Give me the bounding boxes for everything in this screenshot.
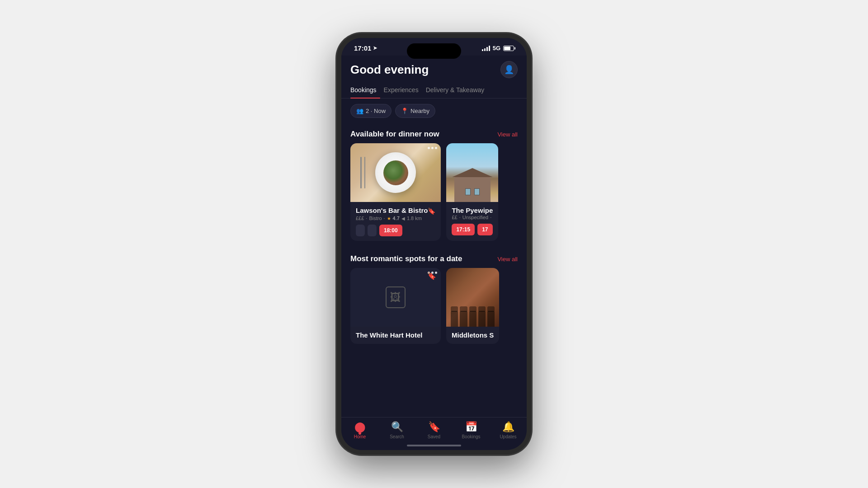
pyewipe-slot-2[interactable]: 17	[477, 224, 492, 235]
tab-experiences[interactable]: Experiences	[384, 82, 426, 98]
tab-delivery-takeaway[interactable]: Delivery & Takeaway	[426, 82, 492, 98]
tab-bar: Bookings Experiences Delivery & Takeaway	[341, 82, 527, 99]
fork-icon	[360, 157, 362, 188]
greeting-text: Good evening	[350, 63, 429, 77]
dot-2	[431, 147, 434, 149]
romantic-cards-scroll: 🖼 🔖 The White Hart Hotel	[341, 268, 527, 351]
nav-updates[interactable]: 🔔 Updates	[495, 421, 522, 439]
romantic-view-all[interactable]: View all	[497, 256, 518, 263]
middletons-name: Middletons S	[452, 331, 494, 339]
chair-1	[451, 311, 458, 327]
lawsons-time-slots: 18:00	[356, 225, 435, 236]
saved-icon: 🔖	[428, 421, 440, 433]
pyewipe-card-image	[446, 143, 498, 202]
white-hart-name: The White Hart Hotel	[356, 331, 423, 339]
star-icon: ★	[387, 216, 391, 221]
nearby-filter-chip[interactable]: 📍 Nearby	[395, 104, 435, 118]
chair-4	[478, 311, 486, 327]
app-header: Good evening 👤	[341, 56, 527, 82]
nearby-filter-label: Nearby	[410, 108, 429, 114]
building-windows	[465, 188, 480, 195]
chairs-silhouette	[446, 291, 499, 327]
building-roof	[452, 168, 493, 177]
dynamic-island	[407, 43, 461, 59]
battery-fill	[504, 47, 510, 50]
nav-updates-label: Updates	[500, 434, 516, 439]
phone-screen: 17:01 ➤ 5G Good evening	[341, 38, 527, 450]
profile-icon: 👤	[504, 65, 514, 75]
middletons-card-body: Middletons S	[446, 327, 499, 344]
lawsons-slot-3[interactable]: 18:00	[379, 225, 402, 236]
updates-icon: 🔔	[502, 421, 514, 433]
white-hart-card[interactable]: 🖼 🔖 The White Hart Hotel	[350, 268, 441, 344]
lawsons-category: Bistro	[369, 216, 382, 221]
main-content: Good evening 👤 Bookings Experiences Deli…	[341, 56, 527, 417]
knife-icon	[364, 157, 366, 188]
nav-search-label: Search	[390, 434, 404, 439]
signal-bar-2	[484, 48, 486, 51]
lawsons-rating: 4.7	[393, 216, 400, 221]
battery-icon	[503, 46, 514, 51]
white-hart-card-body: The White Hart Hotel	[350, 327, 441, 344]
food-content	[383, 160, 408, 185]
tab-bookings[interactable]: Bookings	[350, 82, 384, 98]
nav-bookings[interactable]: 📅 Bookings	[458, 421, 485, 439]
pyewipe-name: The Pyewipe	[452, 206, 493, 214]
nav-home-label: Home	[354, 434, 366, 439]
guests-filter-label: 2 · Now	[366, 108, 386, 114]
bookings-icon: 📅	[465, 421, 477, 433]
profile-button[interactable]: 👤	[500, 61, 518, 78]
lawsons-meta: £££ · Bistro · ★ 4.7 ◀ 1.8 km	[356, 216, 435, 221]
signal-bar-4	[489, 46, 490, 51]
pyewipe-card-body: The Pyewipe ££ · Unspecified · 17:15 17	[446, 202, 498, 240]
nav-bookings-label: Bookings	[462, 434, 480, 439]
lawsons-slot-1[interactable]	[356, 225, 365, 236]
dot-1	[428, 147, 430, 149]
guests-icon: 👥	[356, 108, 363, 114]
search-icon: 🔍	[391, 421, 403, 433]
dot-3	[435, 147, 437, 149]
fork-knife-icon	[360, 157, 365, 188]
pyewipe-time-slots: 17:15 17	[452, 224, 493, 235]
card-options-dots[interactable]	[428, 147, 437, 149]
chair-2	[460, 311, 467, 327]
home-active-dot	[359, 432, 361, 435]
location-pin-icon: 📍	[401, 108, 408, 114]
building-shape	[454, 177, 491, 202]
lawsons-slot-2[interactable]	[368, 225, 377, 236]
white-hart-image: 🖼 🔖	[350, 268, 441, 327]
lawsons-price: £££	[356, 216, 364, 221]
nav-saved[interactable]: 🔖 Saved	[420, 421, 448, 439]
window-1	[465, 188, 471, 195]
lawsons-name: Lawson's Bar & Bistro	[356, 206, 428, 214]
pyewipe-card[interactable]: The Pyewipe ££ · Unspecified · 17:15 17	[446, 143, 498, 241]
phone-frame: 17:01 ➤ 5G Good evening	[337, 33, 531, 455]
white-hart-bookmark[interactable]: 🔖	[427, 272, 436, 280]
signal-bar-3	[486, 47, 488, 51]
network-type: 5G	[493, 45, 500, 52]
dinner-section-title: Available for dinner now	[350, 130, 439, 139]
location-arrow-icon: ➤	[373, 45, 377, 51]
lawsons-distance: 1.8 km	[407, 216, 422, 221]
window-2	[474, 188, 480, 195]
guests-filter-chip[interactable]: 👥 2 · Now	[350, 104, 392, 118]
lawsons-card-image	[350, 143, 441, 202]
lawsons-bookmark[interactable]: 🔖	[428, 207, 435, 215]
dinner-section: Available for dinner now View all	[341, 123, 527, 248]
pyewipe-price: ££	[452, 215, 457, 220]
lawsons-card-body: Lawson's Bar & Bistro 🔖 £££ · Bistro · ★…	[350, 202, 441, 241]
pyewipe-category: Unspecified	[462, 215, 488, 220]
pyewipe-meta: ££ · Unspecified ·	[452, 215, 493, 220]
image-placeholder-icon: 🖼	[390, 291, 401, 304]
lawsons-card[interactable]: Lawson's Bar & Bistro 🔖 £££ · Bistro · ★…	[350, 143, 441, 241]
time-display: 17:01	[354, 44, 371, 52]
pyewipe-slot-1[interactable]: 17:15	[452, 224, 475, 235]
nav-home[interactable]: ⬤ Home	[346, 421, 373, 439]
nav-saved-label: Saved	[428, 434, 440, 439]
filter-row: 👥 2 · Now 📍 Nearby	[341, 99, 527, 123]
status-icons: 5G	[482, 45, 514, 52]
middletons-image	[446, 268, 499, 327]
nav-search[interactable]: 🔍 Search	[383, 421, 410, 439]
middletons-card[interactable]: Middletons S	[446, 268, 499, 344]
dinner-view-all[interactable]: View all	[497, 131, 518, 138]
